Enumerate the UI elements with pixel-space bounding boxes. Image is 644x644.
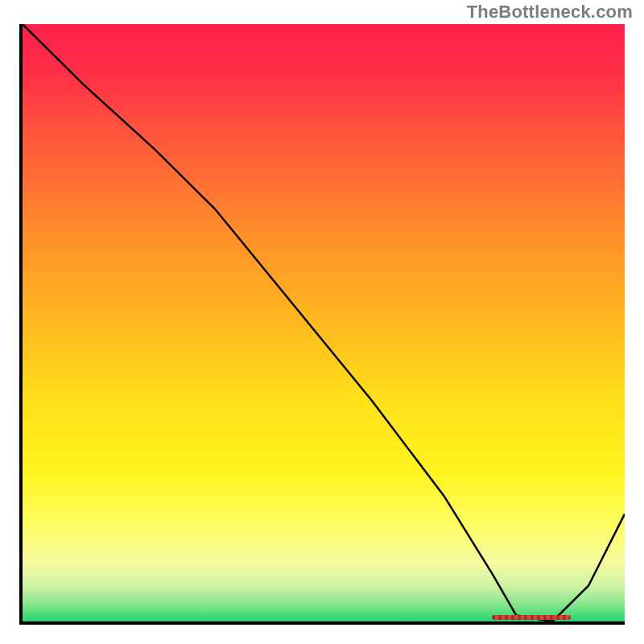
plot-area <box>19 24 625 625</box>
heat-gradient-background <box>23 24 625 621</box>
chart-container: TheBottleneck.com <box>0 0 644 644</box>
optimal-range-marker <box>492 615 570 620</box>
watermark-text: TheBottleneck.com <box>467 2 633 23</box>
